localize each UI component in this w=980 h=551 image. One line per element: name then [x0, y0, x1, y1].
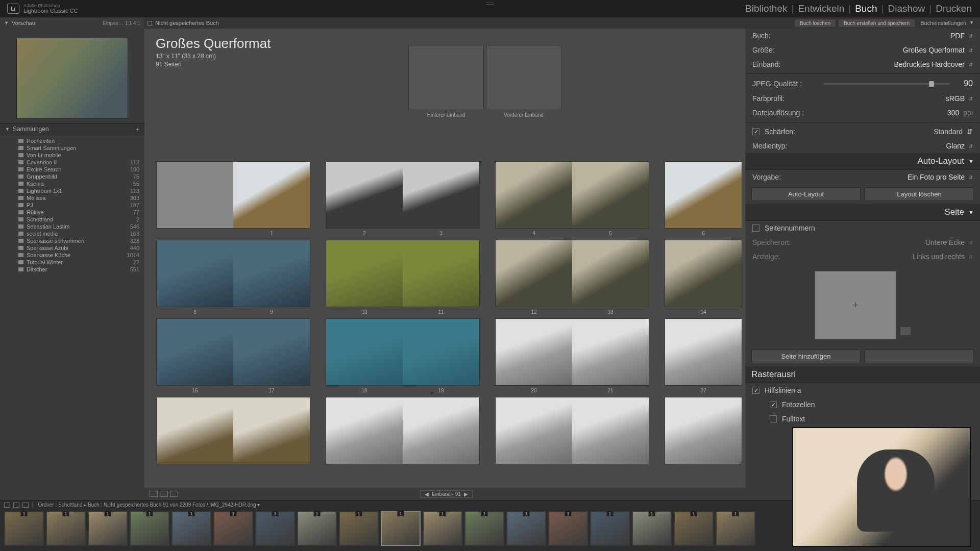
page-grid[interactable]: 1 23 45 6 89 1011 1213 14 1617 1819 2021…	[144, 70, 745, 488]
page-spread[interactable]	[572, 397, 649, 464]
page-spread[interactable]	[403, 397, 479, 464]
filmstrip-thumb[interactable]: 1	[46, 511, 86, 546]
chevron-down-icon[interactable]: ▼	[968, 158, 974, 164]
filmstrip-thumb[interactable]: 1	[88, 511, 128, 546]
view-spread-icon[interactable]	[160, 491, 168, 497]
page-spread[interactable]: 13	[572, 240, 649, 307]
page-section-header[interactable]: Seite	[944, 207, 964, 217]
view-single-icon[interactable]	[170, 491, 178, 497]
filmstrip-thumb[interactable]: 1	[423, 511, 462, 546]
page-spread[interactable]: 2	[326, 162, 403, 228]
page-template-preview[interactable]: +	[815, 271, 896, 339]
compare-icon[interactable]	[13, 503, 19, 508]
page-spread[interactable]: 16	[157, 319, 233, 385]
collection-item[interactable]: Hochzeiten	[0, 137, 144, 144]
front-cover[interactable]	[486, 45, 561, 110]
grid-icon[interactable]	[4, 503, 10, 508]
collection-item[interactable]: Melissa303	[0, 194, 144, 202]
color-profile-select[interactable]: sRGB	[946, 94, 965, 103]
pagenumbers-checkbox[interactable]	[752, 224, 760, 232]
filmstrip-thumb[interactable]: 1	[716, 511, 755, 546]
page-spread[interactable]: 10	[326, 240, 403, 307]
delete-book-button[interactable]: Buch löschen	[795, 19, 836, 27]
collection-item[interactable]: social media163	[0, 230, 144, 237]
collection-item[interactable]: Sparkasse schwimmen328	[0, 237, 144, 244]
guides-checkbox[interactable]: ✓	[752, 387, 760, 394]
autolayout-button[interactable]: Auto-Layout	[751, 187, 861, 201]
collection-item[interactable]: Tutorial Winter22	[0, 259, 144, 266]
page-spread[interactable]: 1	[233, 162, 310, 228]
autolayout-preset-select[interactable]: Ein Foto pro Seite	[908, 173, 965, 181]
collection-item[interactable]: Excire Search100	[0, 166, 144, 173]
autolayout-header[interactable]: Auto-Layout	[917, 156, 964, 166]
clear-layout-button[interactable]: Layout löschen	[865, 187, 974, 201]
collection-item[interactable]: Smart Sammlungen	[0, 144, 144, 152]
resolution-value[interactable]: 300	[947, 109, 959, 117]
page-spread[interactable]: 18	[326, 319, 403, 385]
photocells-checkbox[interactable]: ✓	[770, 401, 777, 408]
collection-item[interactable]: Gruppenbild75	[0, 173, 144, 180]
prev-page-icon[interactable]: ◀	[425, 491, 429, 497]
next-page-icon[interactable]: ▶	[464, 491, 468, 497]
module-book[interactable]: Buch	[854, 3, 878, 14]
page-spread[interactable]: 12	[496, 240, 572, 307]
chevron-down-icon[interactable]: ▼	[4, 20, 9, 26]
module-develop[interactable]: Entwickeln	[797, 3, 845, 14]
add-collection-icon[interactable]: +	[135, 126, 139, 133]
filmstrip-thumb[interactable]: 1	[381, 511, 421, 546]
jpeg-quality-slider[interactable]	[824, 83, 949, 85]
filmstrip-thumb[interactable]: 1	[172, 511, 211, 546]
filmstrip-thumb[interactable]: 1	[674, 511, 714, 546]
sharpen-select[interactable]: Standard	[934, 128, 963, 136]
page-spread[interactable]: 21	[572, 319, 649, 385]
page-spread[interactable]: 5	[572, 162, 649, 228]
page-spread[interactable]: 14	[665, 240, 742, 307]
filmstrip-thumb[interactable]: 1	[255, 511, 295, 546]
page-spread[interactable]: 4	[496, 162, 572, 228]
sharpen-checkbox[interactable]: ✓	[752, 128, 760, 135]
filmstrip-thumb[interactable]: 1	[506, 511, 546, 546]
page-spread[interactable]	[233, 397, 310, 464]
filmstrip-thumb[interactable]: 1	[297, 511, 337, 546]
zoom-levels[interactable]: Einpas… 1:1 4:1	[103, 20, 140, 26]
collection-item[interactable]: Ditscher551	[0, 266, 144, 273]
book-cover-select[interactable]: Bedrucktes Hardcover	[894, 60, 965, 68]
page-spread[interactable]	[326, 397, 403, 464]
view-grid-icon[interactable]	[150, 491, 158, 497]
collection-item[interactable]: Sparkasse Küche1014	[0, 252, 144, 259]
collection-item[interactable]: Covendoo II112	[0, 159, 144, 166]
chevron-down-icon[interactable]: ▼	[968, 209, 974, 215]
add-blank-button[interactable]	[865, 349, 974, 363]
filmstrip-thumb[interactable]: 1	[632, 511, 672, 546]
survey-icon[interactable]	[22, 503, 29, 508]
collection-item[interactable]: Sparkasse Azubi440	[0, 244, 144, 252]
filmstrip-thumb[interactable]: 1	[590, 511, 630, 546]
page-navigator[interactable]: ◀ Einband - 91 ▶	[420, 490, 473, 498]
page-spread[interactable]: 6	[665, 162, 742, 228]
collection-item[interactable]: PJ187	[0, 202, 144, 209]
module-print[interactable]: Drucken	[935, 3, 973, 14]
add-page-button[interactable]: Seite hinzufügen	[751, 349, 861, 363]
page-spread[interactable]: 22	[665, 319, 742, 385]
page-spread[interactable]: 3	[403, 162, 479, 228]
collection-item[interactable]: Schottland2	[0, 216, 144, 223]
filmstrip-thumb[interactable]: 1	[213, 511, 253, 546]
collection-item[interactable]: Ksenia55	[0, 180, 144, 187]
page-spread[interactable]: 20	[496, 319, 572, 385]
page-spread[interactable]: 11	[403, 240, 479, 307]
filmstrip-path[interactable]: Ordner : Schottland ▸ Buch : Nicht gespe…	[38, 502, 260, 508]
chevron-down-icon[interactable]: ▼	[969, 20, 974, 26]
filmstrip-thumb[interactable]: 1	[4, 511, 44, 546]
collection-item[interactable]: Rükiye77	[0, 209, 144, 216]
module-slideshow[interactable]: Diashow	[887, 3, 926, 14]
chevron-down-icon[interactable]: ▼	[5, 127, 10, 132]
save-book-button[interactable]: Buch erstellen und speichern	[839, 19, 915, 27]
fulltext-checkbox[interactable]	[770, 415, 777, 422]
page-spread[interactable]: 9	[233, 240, 310, 307]
page-spread[interactable]	[157, 397, 233, 464]
module-library[interactable]: Bibliothek	[744, 3, 788, 14]
page-spread[interactable]: 8	[157, 240, 233, 307]
filmstrip-thumb[interactable]: 1	[339, 511, 379, 546]
page-spread[interactable]: 17	[233, 319, 310, 385]
template-picker-icon[interactable]	[900, 327, 911, 335]
